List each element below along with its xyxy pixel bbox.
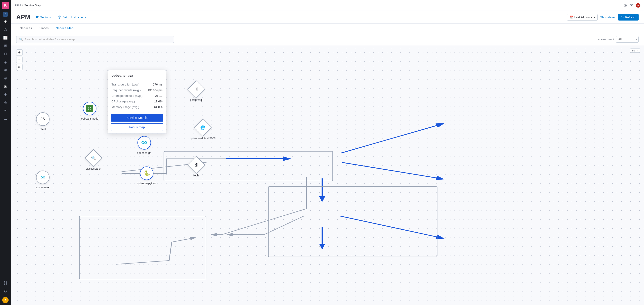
- node-opbeans-dotnet[interactable]: 🌐 opbeans-dotnet:3000: [190, 121, 216, 140]
- dropdown-chevron-icon: ▾: [594, 16, 595, 19]
- tab-service-map-label: Service Map: [56, 26, 74, 30]
- environment-select[interactable]: All production staging: [616, 36, 638, 43]
- node-opbeans-python-label: opbeans-python: [137, 182, 156, 185]
- breadcrumb-apm[interactable]: APM: [14, 4, 21, 7]
- node-opbeans-python-circle: 🐍: [140, 166, 154, 180]
- tooltip-row-rpm: Req. per minute (avg.) 131.55 rpm: [108, 87, 166, 93]
- beta-badge: BETA: [630, 49, 640, 53]
- settings-icon: [36, 16, 39, 19]
- node-postgresql-label: postgresql: [190, 98, 202, 102]
- app-logo[interactable]: K: [2, 2, 9, 9]
- node-opbeans-go-circle: GO: [138, 136, 151, 150]
- help-icon[interactable]: ⊘: [624, 3, 627, 8]
- sidebar-icon-maps[interactable]: ◈: [2, 58, 9, 65]
- zoom-in-button[interactable]: +: [16, 49, 22, 56]
- zoom-reset-button[interactable]: ⊕: [16, 64, 22, 70]
- sidebar-icon-dev[interactable]: { }: [2, 279, 9, 286]
- tooltip-duration-value: 276 ms: [153, 83, 162, 86]
- node-opbeans-go-label: opbeans-go: [137, 151, 151, 155]
- tooltip-rpm-label: Req. per minute (avg.): [112, 88, 140, 92]
- calendar-icon: 📅: [570, 16, 573, 19]
- settings-button[interactable]: Settings: [34, 15, 52, 20]
- search-icon: 🔍: [19, 38, 23, 41]
- notification-badge[interactable]: o: [636, 3, 640, 8]
- service-map-area: BETA + − ⊕: [11, 46, 644, 305]
- sidebar-icon-management[interactable]: ⚙: [2, 287, 9, 295]
- sidebar-icon-dashboard[interactable]: ⊞: [2, 42, 9, 49]
- user-avatar[interactable]: o: [2, 297, 8, 303]
- environment-label: environment: [598, 38, 614, 41]
- elastic-icon: 🔍: [91, 156, 96, 161]
- tooltip-duration-label: Trans. duration (avg.): [112, 83, 140, 86]
- tooltip-memory-label: Memory usage (avg.): [112, 105, 139, 109]
- search-box: 🔍 Search is not available for service ma…: [16, 36, 174, 43]
- tooltip-row-duration: Trans. duration (avg.) 276 ms: [108, 82, 166, 87]
- node-elasticsearch-diamond: 🔍: [84, 149, 102, 167]
- node-opbeans-go[interactable]: GO opbeans-go: [137, 136, 151, 155]
- tooltip-row-errors: Errors per minute (avg.) 21.13: [108, 93, 166, 99]
- sidebar-icon-uptime[interactable]: ⊗: [2, 91, 9, 98]
- zoom-out-button[interactable]: −: [16, 57, 22, 63]
- tab-traces-label: Traces: [39, 26, 49, 30]
- node-dotnet-diamond: 🌐: [194, 119, 212, 136]
- page-title: APM: [16, 14, 30, 21]
- environment-filter: environment All production staging: [598, 36, 638, 43]
- tab-services-label: Services: [20, 26, 32, 30]
- node-redis-label: redis: [193, 174, 199, 177]
- sidebar-icon-discover[interactable]: ◎: [2, 26, 9, 33]
- node-opbeans-node[interactable]: ⬡ opbeans-node: [81, 102, 98, 120]
- sidebar-icon-graph[interactable]: ⊛: [2, 75, 9, 82]
- node-opbeans-node-label: opbeans-node: [81, 117, 98, 120]
- environment-select-wrap: All production staging: [616, 36, 638, 43]
- node-postgresql-diamond: 🗄: [187, 80, 205, 98]
- globe-icon: 🌐: [200, 125, 205, 130]
- node-elasticsearch-label: elasticsearch: [86, 167, 102, 170]
- node-opbeans-python[interactable]: 🐍 opbeans-python: [137, 166, 156, 185]
- node-apm-server-label: apm-server: [36, 186, 50, 189]
- sidebar-icon-apm[interactable]: ◉: [2, 83, 9, 90]
- node-client-label: client: [40, 128, 46, 131]
- redis-icon: 🗄: [194, 163, 198, 167]
- setup-instructions-button[interactable]: i Setup Instructions: [56, 15, 88, 20]
- tab-traces[interactable]: Traces: [36, 24, 52, 33]
- sidebar-icon-canvas[interactable]: ⊡: [2, 50, 9, 57]
- topbar-actions: ⊘ ✉ o: [624, 3, 640, 8]
- breadcrumb-separator: /: [22, 4, 23, 7]
- tab-services[interactable]: Services: [16, 24, 36, 33]
- sidebar-icon-ml[interactable]: ⊕: [2, 66, 9, 74]
- tooltip-rpm-value: 131.55 rpm: [148, 88, 162, 92]
- sidebar-icon-visualize[interactable]: 📈: [2, 34, 9, 41]
- workspace-badge[interactable]: D: [3, 12, 8, 17]
- sidebar-icon-home[interactable]: ⊙: [2, 18, 9, 25]
- sidebar-icon-infra[interactable]: ☁: [2, 115, 9, 122]
- node-postgresql[interactable]: 🗄 postgresql: [190, 83, 202, 102]
- node-elasticsearch[interactable]: 🔍 elasticsearch: [86, 152, 102, 170]
- focus-map-button[interactable]: Focus map: [111, 123, 163, 131]
- service-tooltip-popup: opbeans-java Trans. duration (avg.) 276 …: [108, 70, 166, 134]
- tooltip-errors-value: 21.13: [155, 94, 162, 98]
- sidebar-icon-siem[interactable]: ⊘: [2, 99, 9, 106]
- time-range-selector[interactable]: 📅 Last 24 hours ▾: [567, 14, 598, 21]
- setup-label: Setup Instructions: [62, 16, 86, 19]
- node-client-circle: JS: [36, 112, 50, 126]
- tab-service-map[interactable]: Service Map: [52, 24, 77, 33]
- go-icon: GO: [141, 141, 147, 145]
- service-details-button[interactable]: Service Details: [111, 114, 163, 122]
- node-apm-server[interactable]: GO apm-server: [36, 171, 50, 189]
- show-dates-button[interactable]: Show dates: [600, 16, 616, 19]
- search-placeholder: Search is not available for service map: [24, 38, 75, 41]
- node-redis-diamond: 🗄: [187, 156, 205, 174]
- node-redis[interactable]: 🗄 redis: [190, 159, 202, 177]
- refresh-button[interactable]: ↻ Refresh: [618, 14, 638, 21]
- zoom-controls: + − ⊕: [16, 49, 22, 70]
- sidebar-icon-logs[interactable]: ≡: [2, 107, 9, 114]
- refresh-label: Refresh: [625, 16, 636, 19]
- node-client[interactable]: JS client: [36, 112, 50, 131]
- tooltip-row-memory: Memory usage (avg.) 64.0%: [108, 104, 166, 110]
- main-content: APM / Service Map ⊘ ✉ o APM Settings i S…: [11, 0, 644, 305]
- setup-icon: i: [58, 16, 61, 19]
- notifications-icon[interactable]: ✉: [630, 3, 633, 8]
- sidebar: K D ⊙ ◎ 📈 ⊞ ⊡ ◈ ⊕ ⊛ ◉ ⊗ ⊘ ≡ ☁ { } ⚙ o: [0, 0, 11, 305]
- postgresql-icon: 🗄: [194, 87, 198, 92]
- refresh-icon: ↻: [621, 16, 624, 19]
